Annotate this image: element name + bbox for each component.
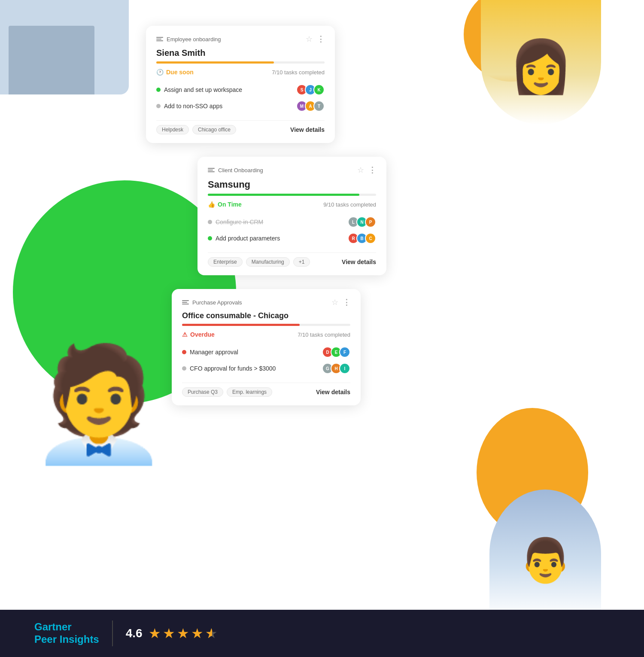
star-1: ★	[149, 625, 161, 642]
card3-task1-label: Manager approval	[190, 349, 238, 356]
card1-header-left: Employee onboarding	[156, 36, 221, 43]
rating-bar: Gartner Peer Insights 4.6 ★ ★ ★ ★ ★ ★	[0, 610, 644, 657]
card2-progress-fill	[208, 194, 359, 196]
card2-footer: Enterprise Manufacturing +1 View details	[208, 252, 376, 267]
avatar-p3: F	[339, 347, 350, 358]
on-time-icon: 👍	[208, 201, 215, 208]
card2-task1-label: Configure in CRM	[216, 219, 263, 225]
man-bottom-right-photo: 👨	[489, 490, 601, 618]
woman-top-right-photo: 👩	[481, 0, 601, 125]
card1-star-button[interactable]: ☆	[306, 34, 313, 44]
cards-container: Employee onboarding ☆ ⋮ Siena Smith 🕐 Du…	[146, 26, 498, 419]
card1-more-button[interactable]: ⋮	[317, 34, 325, 44]
star-2: ★	[163, 625, 175, 642]
card3-category: Purchase Approvals	[192, 299, 242, 306]
card2-star-button[interactable]: ☆	[357, 165, 364, 175]
man-emoji: 👨	[519, 535, 572, 586]
card2-task2-dot	[208, 236, 212, 240]
stars-container: ★ ★ ★ ★ ★ ★	[149, 625, 218, 642]
card3-view-details[interactable]: View details	[316, 389, 350, 395]
gartner-brand-line1: Gartner	[34, 621, 99, 633]
card3-task1: Manager approval D E F	[182, 344, 350, 360]
card3-progress-fill	[182, 324, 300, 326]
card1-progress-fill	[156, 61, 274, 64]
card1-task1-label: Assign and set up workspace	[164, 86, 242, 93]
card3-progress-container	[182, 324, 350, 326]
card1-category: Employee onboarding	[167, 36, 221, 43]
rating-divider	[112, 620, 113, 646]
card2-header: Client Onboarding ☆ ⋮	[208, 165, 376, 175]
card1-tag2: Chicago office	[192, 125, 236, 134]
card1-task1-left: Assign and set up workspace	[156, 86, 242, 93]
card3-header-icons: ☆ ⋮	[331, 298, 350, 307]
card2-status-row: 👍 On Time 9/10 tasks completed	[208, 201, 376, 208]
gartner-brand-line2: Peer Insights	[34, 633, 99, 646]
card3-tag2: Emp. learnings	[227, 387, 272, 397]
card3-tags: Purchase Q3 Emp. learnings	[182, 387, 272, 397]
card1-footer: Helpdesk Chicago office View details	[156, 120, 325, 134]
card2-tag1: Enterprise	[208, 257, 243, 267]
card3-more-button[interactable]: ⋮	[343, 298, 350, 307]
card2-title: Samsung	[208, 179, 376, 190]
card3-task1-left: Manager approval	[182, 349, 238, 356]
card1-progress-container	[156, 61, 325, 64]
card3-task2-label: CFO approval for funds > $3000	[190, 365, 276, 372]
card3-tasks-completed: 7/10 tasks completed	[298, 332, 350, 338]
card2-tags: Enterprise Manufacturing +1	[208, 257, 310, 267]
card1-title: Siena Smith	[156, 48, 325, 58]
gartner-logo: Gartner Peer Insights	[34, 621, 99, 646]
card1-task2-avatars: M A T	[296, 100, 325, 112]
card2-task2-label: Add product parameters	[216, 235, 280, 242]
card1-task1-dot	[156, 88, 161, 92]
card3-star-button[interactable]: ☆	[331, 298, 338, 307]
card3-footer: Purchase Q3 Emp. learnings View details	[182, 383, 350, 397]
building-background	[0, 0, 129, 94]
card3-status-row: ⚠ Overdue 7/10 tasks completed	[182, 331, 350, 338]
card2-more-button[interactable]: ⋮	[368, 165, 376, 175]
card1-task2: Add to non-SSO apps M A T	[156, 98, 325, 114]
card2-task2-left: Add product parameters	[208, 235, 280, 242]
card2-task1: Configure in CRM L N P	[208, 214, 376, 230]
star-4: ★	[191, 625, 204, 642]
avatar-3: K	[313, 84, 325, 95]
star-5: ★ ★	[205, 625, 218, 642]
card2-task1-left: Configure in CRM	[208, 219, 263, 225]
list-icon-card2	[208, 168, 215, 172]
employee-onboarding-card: Employee onboarding ☆ ⋮ Siena Smith 🕐 Du…	[146, 26, 335, 143]
card1-header: Employee onboarding ☆ ⋮	[156, 34, 325, 44]
card1-task2-dot	[156, 104, 161, 108]
card2-header-icons: ☆ ⋮	[357, 165, 376, 175]
card3-task2-left: CFO approval for funds > $3000	[182, 365, 276, 372]
card2-task2: Add product parameters R B C	[208, 230, 376, 246]
avatar-6: T	[313, 100, 325, 112]
card1-status-row: 🕐 Due soon 7/10 tasks completed	[156, 69, 325, 76]
card1-task2-left: Add to non-SSO apps	[156, 103, 222, 110]
purchase-approvals-card: Purchase Approvals ☆ ⋮ Office consumable…	[172, 289, 361, 405]
star-3: ★	[177, 625, 189, 642]
card1-header-icons: ☆ ⋮	[306, 34, 325, 44]
card3-task2: CFO approval for funds > $3000 G H I	[182, 360, 350, 377]
card3-header-left: Purchase Approvals	[182, 299, 242, 306]
card1-view-details[interactable]: View details	[290, 126, 325, 133]
card1-task2-label: Add to non-SSO apps	[164, 103, 222, 110]
card3-title: Office consumable - Chicago	[182, 311, 350, 320]
card2-task1-dot	[208, 220, 212, 224]
card1-task1-avatars: S J K	[296, 84, 325, 95]
card2-task2-avatars: R B C	[348, 233, 376, 244]
card2-view-details[interactable]: View details	[342, 259, 376, 265]
client-onboarding-card: Client Onboarding ☆ ⋮ Samsung 👍 On Time …	[197, 157, 386, 275]
woman-center-photo: 🧑‍💼	[9, 142, 189, 459]
list-icon-card1	[156, 37, 163, 41]
rating-content: 4.6 ★ ★ ★ ★ ★ ★	[126, 625, 218, 642]
avatar-c6: C	[365, 233, 376, 244]
card2-status-badge: 👍 On Time	[208, 201, 242, 208]
card3-task2-avatars: G H I	[322, 363, 350, 374]
card1-tasks-completed: 7/10 tasks completed	[272, 69, 325, 76]
due-soon-icon: 🕐	[156, 69, 164, 76]
card1-tag1: Helpdesk	[156, 125, 189, 134]
card3-task1-avatars: D E F	[322, 347, 350, 358]
woman-emoji: 👩	[509, 36, 573, 97]
card1-task1: Assign and set up workspace S J K	[156, 82, 325, 98]
card2-task1-avatars: L N P	[348, 216, 376, 228]
woman-center-emoji: 🧑‍💼	[29, 348, 168, 459]
